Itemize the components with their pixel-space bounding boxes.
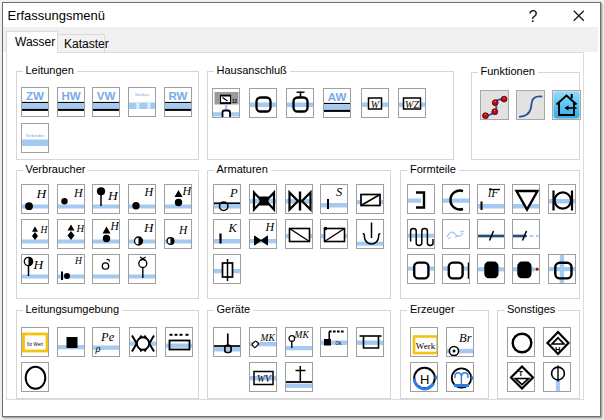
- svg-text:Pe: Pe: [100, 330, 115, 344]
- svg-text:ρ: ρ: [95, 343, 101, 354]
- svg-text:Br: Br: [459, 331, 472, 345]
- svg-text:H: H: [178, 224, 188, 236]
- svg-text:H: H: [73, 185, 84, 199]
- svg-text:P: P: [229, 185, 238, 199]
- svg-text:HW: HW: [61, 90, 80, 102]
- svg-text:lF: lF: [488, 185, 499, 199]
- svg-text:K: K: [228, 220, 238, 234]
- svg-text:H: H: [110, 220, 120, 232]
- svg-text:WZ: WZ: [405, 98, 419, 109]
- svg-text:H: H: [74, 256, 83, 266]
- svg-text:ZW: ZW: [26, 90, 44, 102]
- svg-text:Ok.: Ok.: [336, 341, 343, 346]
- svg-text:H: H: [75, 223, 84, 234]
- svg-text:12: 12: [232, 99, 238, 104]
- svg-text:Neubau: Neubau: [135, 92, 149, 97]
- svg-text:S: S: [336, 185, 343, 199]
- svg-text:VW: VW: [97, 90, 116, 102]
- svg-text:H: H: [144, 185, 155, 199]
- svg-text:Werk: Werk: [415, 341, 435, 351]
- svg-text:H: H: [107, 188, 119, 203]
- svg-text:H: H: [181, 185, 191, 198]
- svg-text:H: H: [264, 220, 275, 234]
- svg-text:RW: RW: [168, 90, 187, 102]
- svg-text:AW: AW: [328, 91, 347, 103]
- svg-text:MK: MK: [293, 330, 309, 340]
- svg-text:Verbinden: Verbinden: [26, 133, 46, 138]
- svg-text:T: T: [519, 369, 524, 378]
- svg-text:H: H: [36, 186, 48, 201]
- svg-text:MK: MK: [259, 333, 275, 343]
- svg-text:H: H: [33, 257, 45, 272]
- svg-text:H: H: [555, 345, 560, 354]
- svg-text:H: H: [143, 220, 154, 235]
- svg-text:WV: WV: [257, 374, 272, 384]
- svg-text:H: H: [40, 225, 49, 235]
- svg-text:für Wert: für Wert: [27, 342, 44, 347]
- svg-text:H: H: [420, 371, 429, 386]
